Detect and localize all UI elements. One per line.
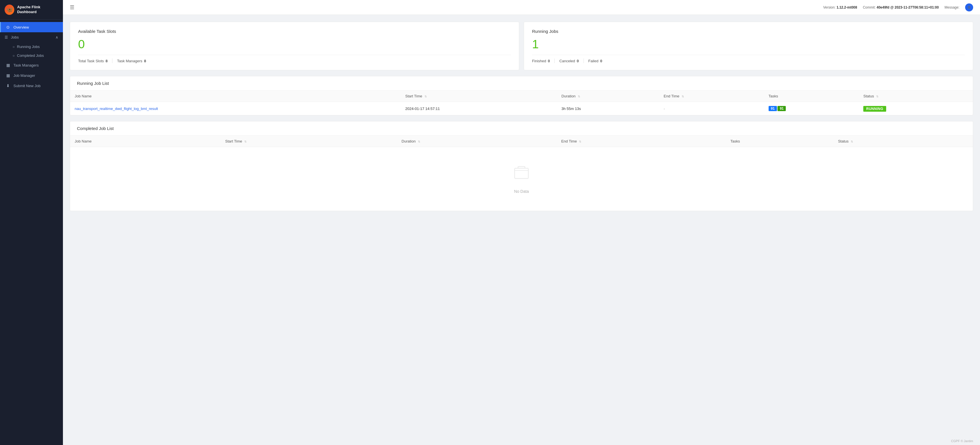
sort-icon-start[interactable]: ⇅ [425, 95, 427, 98]
failed-value: 0 [600, 59, 602, 63]
logo-icon: 🦋 [5, 5, 14, 15]
total-task-slots-item: Total Task Slots 8 [78, 59, 108, 63]
completed-table-header-row: Job Name Start Time ⇅ Duration ⇅ End Tim… [70, 136, 973, 147]
message-badge: 0 [965, 3, 973, 11]
available-task-slots-title: Available Task Slots [78, 29, 511, 34]
message-label: Message: [945, 5, 959, 10]
comp-sort-status[interactable]: ⇅ [851, 140, 853, 143]
canceled-value: 0 [577, 59, 579, 63]
jobs-icon: ☰ [5, 35, 8, 40]
sidebar-item-running-jobs[interactable]: ○ Running Jobs [0, 42, 63, 51]
chevron-up-icon: ∧ [56, 35, 58, 40]
task-managers-item: Task Managers 8 [117, 59, 146, 63]
footer-text: CGPF © Jantim [951, 439, 973, 443]
commit-value: 40e49fd @ 2023-11-27T06:58:11+01:00 [877, 5, 939, 10]
duration-cell: 3h 55m 13s [557, 102, 659, 116]
running-jobs-value: 1 [532, 38, 965, 50]
page-content: Available Task Slots 0 Total Task Slots … [63, 15, 980, 437]
sort-icon-duration[interactable]: ⇅ [578, 95, 580, 98]
running-jobs-icon: ○ [13, 45, 14, 49]
footer-divider-3 [584, 59, 584, 63]
topbar-info: Version: 1.12.2-mt008 Commit: 40e49fd @ … [823, 3, 973, 11]
running-jobs-card: Running Jobs 1 Finished 0 Canceled 0 Fai… [524, 22, 973, 70]
table-row: nau_transport_realtime_dwd_flight_log_bm… [70, 102, 973, 116]
main-content: ☰ Version: 1.12.2-mt008 Commit: 40e49fd … [63, 0, 980, 445]
running-job-list-table: Job Name Start Time ⇅ Duration ⇅ End Tim… [70, 90, 973, 115]
sidebar-item-task-managers[interactable]: ▦ Task Managers [0, 60, 63, 70]
comp-col-tasks: Tasks [726, 136, 833, 147]
running-job-list-header: Running Job List [70, 76, 973, 90]
running-jobs-footer: Finished 0 Canceled 0 Failed 0 [532, 55, 965, 63]
task-badge-green: 91 [778, 106, 786, 111]
version-label: Version: 1.12.2-mt008 [823, 5, 857, 10]
status-badge: RUNNING [863, 106, 886, 112]
tasks-cell: 91 91 [764, 102, 859, 116]
col-tasks: Tasks [764, 90, 859, 102]
running-job-list-section: Running Job List Job Name Start Time ⇅ D… [70, 76, 973, 116]
job-manager-icon: ▦ [5, 73, 11, 78]
sidebar-item-job-manager-label: Job Manager [13, 73, 35, 78]
failed-item: Failed 0 [589, 59, 602, 63]
sidebar-item-running-jobs-label: Running Jobs [17, 44, 40, 49]
task-managers-label: Task Managers [117, 59, 142, 63]
completed-job-list-table: Job Name Start Time ⇅ Duration ⇅ End Tim… [70, 136, 973, 211]
available-task-slots-card: Available Task Slots 0 Total Task Slots … [70, 22, 519, 70]
comp-col-job-name: Job Name [70, 136, 221, 147]
col-job-name: Job Name [70, 90, 401, 102]
no-data-cell: No Data [70, 147, 973, 211]
comp-sort-duration[interactable]: ⇅ [418, 140, 420, 143]
no-data-text: No Data [514, 189, 529, 194]
no-data-row: No Data [70, 147, 973, 211]
sidebar-item-submit-new-job[interactable]: ⬇ Submit New Job [0, 81, 63, 91]
sidebar-item-jobs-label: Jobs [11, 35, 19, 40]
svg-rect-0 [515, 168, 528, 179]
footer: CGPF © Jantim [63, 437, 980, 445]
failed-label: Failed [589, 59, 598, 63]
topbar: ☰ Version: 1.12.2-mt008 Commit: 40e49fd … [63, 0, 980, 15]
sidebar-item-overview-label: Overview [13, 25, 29, 29]
task-slots-footer: Total Task Slots 8 Task Managers 8 [78, 55, 511, 63]
completed-job-list-header: Completed Job List [70, 121, 973, 136]
comp-col-end-time: End Time ⇅ [557, 136, 726, 147]
sidebar: 🦋 Apache Flink Dashboard ⊙ Overview ☰ Jo… [0, 0, 63, 445]
no-data-container: No Data [70, 147, 973, 211]
start-time-cell: 2024-01-17 14:57:11 [401, 102, 557, 116]
running-jobs-title: Running Jobs [532, 29, 965, 34]
sidebar-item-overview[interactable]: ⊙ Overview [0, 22, 63, 32]
submit-job-icon: ⬇ [5, 83, 11, 88]
canceled-label: Canceled [559, 59, 575, 63]
sidebar-nav: ⊙ Overview ☰ Jobs ∧ ○ Running Jobs ○ Com… [0, 20, 63, 445]
comp-col-start-time: Start Time ⇅ [221, 136, 397, 147]
job-name-link[interactable]: nau_transport_realtime_dwd_flight_log_bm… [75, 106, 158, 111]
logo-emoji: 🦋 [6, 6, 13, 13]
comp-col-duration: Duration ⇅ [397, 136, 557, 147]
finished-value: 0 [548, 59, 550, 63]
sidebar-app-title: Apache Flink Dashboard [17, 5, 58, 14]
status-cell: RUNNING [859, 102, 973, 116]
sidebar-item-submit-new-job-label: Submit New Job [13, 84, 41, 88]
canceled-item: Canceled 0 [559, 59, 579, 63]
end-time-cell: - [659, 102, 764, 116]
sidebar-item-job-manager[interactable]: ▦ Job Manager [0, 70, 63, 81]
footer-divider-2 [554, 59, 555, 63]
col-duration: Duration ⇅ [557, 90, 659, 102]
sidebar-item-completed-jobs[interactable]: ○ Completed Jobs [0, 51, 63, 60]
sidebar-item-task-managers-label: Task Managers [13, 63, 39, 67]
overview-icon: ⊙ [5, 25, 11, 29]
sidebar-logo: 🦋 Apache Flink Dashboard [0, 0, 63, 20]
total-task-slots-value: 8 [105, 59, 108, 63]
sort-icon-status[interactable]: ⇅ [876, 95, 878, 98]
col-end-time: End Time ⇅ [659, 90, 764, 102]
task-managers-icon: ▦ [5, 63, 11, 67]
sort-icon-end[interactable]: ⇅ [682, 95, 684, 98]
task-managers-value: 8 [144, 59, 146, 63]
commit-label: Commit: 40e49fd @ 2023-11-27T06:58:11+01… [863, 5, 939, 10]
hamburger-icon[interactable]: ☰ [70, 4, 74, 11]
comp-sort-start[interactable]: ⇅ [244, 140, 247, 143]
completed-job-list-section: Completed Job List Job Name Start Time ⇅… [70, 121, 973, 211]
col-start-time: Start Time ⇅ [401, 90, 557, 102]
sidebar-item-completed-jobs-label: Completed Jobs [17, 54, 44, 58]
comp-sort-end[interactable]: ⇅ [579, 140, 581, 143]
available-task-slots-value: 0 [78, 38, 511, 50]
sidebar-item-jobs[interactable]: ☰ Jobs ∧ [0, 32, 63, 42]
